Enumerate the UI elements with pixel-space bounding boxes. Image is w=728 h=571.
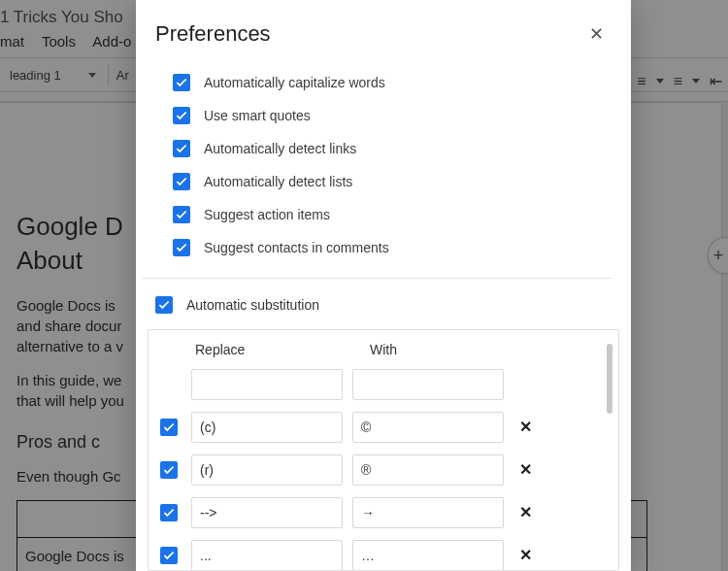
header-with: With — [370, 342, 545, 357]
dialog-title: Preferences — [155, 21, 271, 47]
pref-row-detect-lists: Automatically detect lists — [173, 165, 612, 198]
preferences-dialog: Preferences ✕ Automatically capitalize w… — [136, 0, 631, 571]
pref-label: Use smart quotes — [204, 108, 311, 123]
row-enable-checkbox[interactable] — [160, 504, 178, 521]
pref-auto-substitution: Automatic substitution — [136, 279, 631, 329]
with-input[interactable] — [352, 497, 504, 528]
with-input[interactable] — [352, 369, 504, 400]
pref-label: Suggest action items — [204, 207, 330, 222]
replace-input[interactable] — [191, 369, 343, 400]
remove-row-button[interactable]: ✕ — [513, 546, 537, 564]
checkbox-contacts[interactable] — [173, 239, 190, 256]
row-enable-checkbox[interactable] — [160, 419, 178, 436]
preferences-list: Automatically capitalize wordsUse smart … — [136, 66, 631, 278]
substitution-table: Replace With ✕✕✕✕ — [148, 329, 619, 571]
row-enable-checkbox[interactable] — [160, 461, 178, 479]
checkbox-detect-links[interactable] — [173, 140, 190, 157]
dialog-header: Preferences ✕ — [136, 0, 631, 66]
substitution-row: ✕ — [156, 534, 591, 571]
row-checkbox-slot — [156, 547, 182, 564]
substitution-row: ✕ — [156, 491, 591, 534]
pref-label: Suggest contacts in comments — [204, 240, 389, 255]
with-input[interactable] — [352, 412, 504, 443]
with-input[interactable] — [352, 540, 504, 571]
scrollbar-thumb[interactable] — [607, 344, 612, 414]
substitution-row: ✕ — [156, 449, 591, 491]
pref-label: Automatically detect lists — [204, 174, 352, 189]
row-checkbox-slot — [156, 419, 182, 436]
close-button[interactable]: ✕ — [585, 21, 608, 47]
close-icon: ✕ — [589, 24, 604, 44]
pref-row-action-items: Suggest action items — [173, 198, 612, 231]
replace-input[interactable] — [191, 497, 343, 528]
substitution-row — [156, 363, 591, 406]
substitution-headers: Replace With — [156, 342, 591, 357]
checkbox-auto-substitution[interactable] — [155, 296, 173, 314]
replace-input[interactable] — [191, 412, 343, 443]
pref-label: Automatic substitution — [186, 297, 319, 313]
row-checkbox-slot — [156, 504, 182, 521]
pref-label: Automatically detect links — [204, 141, 356, 156]
with-input[interactable] — [352, 454, 504, 486]
checkbox-action-items[interactable] — [173, 206, 190, 223]
remove-row-button[interactable]: ✕ — [513, 418, 537, 436]
header-replace: Replace — [195, 342, 370, 357]
replace-input[interactable] — [191, 454, 343, 486]
substitution-row: ✕ — [156, 406, 591, 449]
row-checkbox-slot — [156, 461, 182, 479]
checkbox-detect-lists[interactable] — [173, 173, 190, 190]
pref-row-smart-quotes: Use smart quotes — [173, 99, 612, 132]
checkbox-capitalize[interactable] — [173, 74, 190, 91]
remove-row-button[interactable]: ✕ — [513, 503, 537, 521]
substitution-rows: ✕✕✕✕ — [156, 363, 591, 571]
row-enable-checkbox[interactable] — [160, 547, 178, 564]
remove-row-button[interactable]: ✕ — [513, 460, 537, 479]
pref-row-detect-links: Automatically detect links — [173, 132, 612, 165]
checkbox-smart-quotes[interactable] — [173, 107, 190, 124]
pref-label: Automatically capitalize words — [204, 75, 385, 90]
pref-row-contacts: Suggest contacts in comments — [173, 231, 612, 264]
replace-input[interactable] — [191, 540, 343, 571]
pref-row-capitalize: Automatically capitalize words — [173, 66, 612, 99]
